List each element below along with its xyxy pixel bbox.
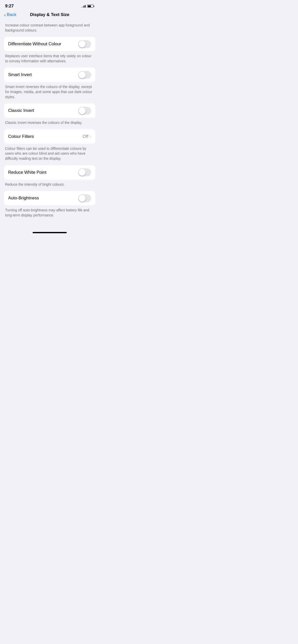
row-description-colour-filters: Colour filters can be used to differenti…: [0, 144, 99, 165]
row-value-colour-filters: Off: [83, 134, 88, 139]
row-label-smart-invert: Smart Invert: [8, 72, 78, 77]
status-time: 9:27: [5, 4, 14, 9]
row-label-auto-brightness: Auto-Brightness: [8, 196, 78, 201]
settings-row-auto-brightness[interactable]: Auto-Brightness: [4, 191, 95, 205]
toggle-thumb-smart-invert: [79, 71, 86, 78]
settings-row-classic-invert[interactable]: Classic Invert: [4, 104, 95, 118]
toggle-thumb-auto-brightness: [79, 195, 86, 202]
row-label-reduce-white-point: Reduce White Point: [8, 170, 78, 175]
row-label-classic-invert: Classic Invert: [8, 108, 78, 113]
settings-row-reduce-white-point[interactable]: Reduce White Point: [4, 165, 95, 180]
row-description-auto-brightness: Turning off auto-brightness may affect b…: [0, 205, 99, 222]
toggle-differentiate-without-colour[interactable]: [78, 40, 91, 48]
toggle-thumb-differentiate-without-colour: [79, 41, 86, 48]
settings-group-colour-filters: Colour FiltersOff›Colour filters can be …: [0, 129, 99, 165]
row-value-wrap-colour-filters: Off›: [83, 134, 91, 139]
signal-icon: [81, 5, 86, 8]
settings-group-classic-invert: Classic InvertClassic Invert reverses th…: [0, 104, 99, 129]
nav-bar: ‹ Back Display & Text Size: [0, 10, 99, 20]
settings-row-differentiate-without-colour[interactable]: Differentiate Without Colour: [4, 37, 95, 51]
settings-group-reduce-white-point: Reduce White PointReduce the intensity o…: [0, 165, 99, 191]
toggle-smart-invert[interactable]: [78, 71, 91, 79]
battery-icon: [87, 5, 94, 8]
back-chevron-icon: ‹: [4, 12, 6, 17]
back-label: Back: [7, 12, 17, 17]
toggle-thumb-classic-invert: [79, 107, 86, 114]
scroll-content: Increase colour contrast between app for…: [0, 20, 99, 227]
row-label-colour-filters: Colour Filters: [8, 134, 83, 139]
row-description-classic-invert: Classic Invert reverses the colours of t…: [0, 118, 99, 129]
toggle-classic-invert[interactable]: [78, 107, 91, 115]
top-description: Increase colour contrast between app for…: [0, 20, 99, 37]
settings-row-smart-invert[interactable]: Smart Invert: [4, 68, 95, 82]
page-title: Display & Text Size: [30, 12, 70, 17]
settings-list: Differentiate Without ColourReplaces use…: [0, 37, 99, 222]
home-indicator: [0, 227, 99, 236]
row-description-differentiate-without-colour: Replaces user interface items that rely …: [0, 51, 99, 68]
status-bar: 9:27: [0, 0, 99, 10]
home-bar: [33, 232, 67, 233]
back-button[interactable]: ‹ Back: [4, 12, 16, 17]
settings-group-auto-brightness: Auto-BrightnessTurning off auto-brightne…: [0, 191, 99, 222]
settings-group-smart-invert: Smart InvertSmart Invert reverses the co…: [0, 68, 99, 104]
chevron-right-icon-colour-filters: ›: [90, 134, 91, 139]
row-description-reduce-white-point: Reduce the intensity of bright colours.: [0, 180, 99, 191]
settings-row-colour-filters[interactable]: Colour FiltersOff›: [4, 129, 95, 144]
toggle-auto-brightness[interactable]: [78, 194, 91, 202]
row-label-differentiate-without-colour: Differentiate Without Colour: [8, 41, 78, 47]
status-icons: [81, 5, 94, 8]
toggle-thumb-reduce-white-point: [79, 169, 86, 176]
settings-group-differentiate-without-colour: Differentiate Without ColourReplaces use…: [0, 37, 99, 68]
toggle-reduce-white-point[interactable]: [78, 168, 91, 176]
row-description-smart-invert: Smart Invert reverses the colours of the…: [0, 82, 99, 104]
